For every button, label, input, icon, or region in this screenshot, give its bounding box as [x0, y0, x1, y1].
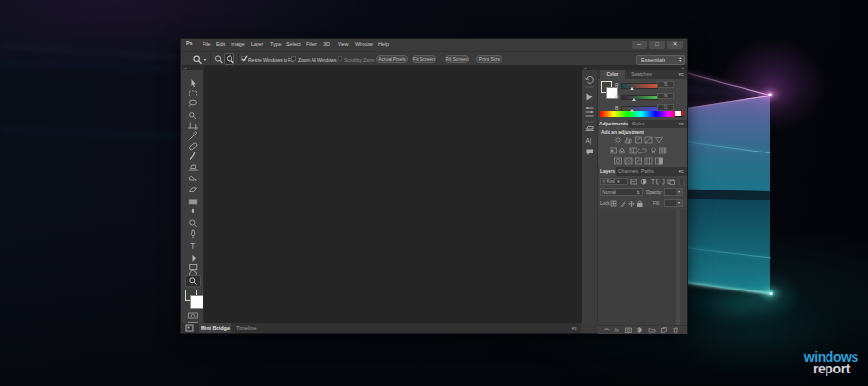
svg-text:T: T	[651, 179, 655, 185]
svg-text:fx: fx	[615, 327, 620, 333]
svg-text:T: T	[190, 242, 195, 251]
svg-text:A|: A|	[586, 137, 592, 145]
